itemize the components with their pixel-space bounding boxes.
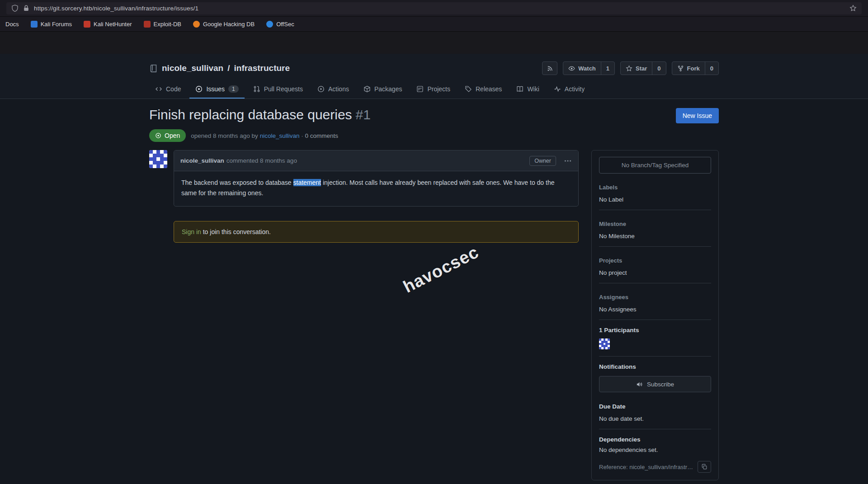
bookmark-kali-forums[interactable]: Kali Forums — [31, 21, 72, 28]
comment-body: The backend was exposed to database stat… — [174, 171, 578, 206]
shield-icon[interactable] — [11, 5, 19, 12]
bookmarks-bar: Docs Kali Forums Kali NetHunter Exploit-… — [0, 17, 868, 32]
participants-title: 1 Participants — [599, 327, 711, 334]
participant-avatar[interactable] — [599, 338, 610, 349]
issue-meta-text: opened 8 months ago by nicole_sullivan ·… — [191, 132, 338, 139]
bookmark-label: Kali NetHunter — [94, 21, 132, 28]
copy-icon — [701, 464, 708, 470]
signin-prompt: Sign in to join this conversation. — [174, 221, 579, 243]
tab-label: Activity — [565, 85, 585, 93]
tab-label: Packages — [374, 85, 402, 93]
pull-request-icon — [253, 85, 260, 93]
copy-reference-button[interactable] — [698, 461, 711, 473]
divider — [599, 283, 711, 283]
repo-name-link[interactable]: infrastructure — [234, 63, 290, 73]
tag-icon — [465, 85, 472, 93]
issue-opened-icon — [195, 85, 203, 93]
owner-badge: Owner — [529, 156, 556, 166]
sign-in-link[interactable]: Sign in — [182, 228, 201, 235]
avatar[interactable] — [149, 150, 167, 168]
speaker-icon — [636, 381, 643, 388]
project-board-icon — [416, 85, 424, 93]
repo-separator: / — [227, 63, 230, 73]
bookmark-label: Kali Forums — [41, 21, 72, 28]
comments-count: 0 comments — [305, 132, 338, 139]
exploit-db-favicon — [144, 21, 151, 28]
bookmark-label: Docs — [5, 21, 19, 28]
gitea-page: nicole_sullivan / infrastructure — [0, 32, 868, 484]
branch-selector[interactable]: No Branch/Tag Specified — [599, 157, 711, 174]
issue-author-link[interactable]: nicole_sullivan — [260, 132, 300, 139]
bookmark-exploit-db[interactable]: Exploit-DB — [144, 21, 181, 28]
eye-icon — [568, 65, 575, 72]
repo-header: nicole_sullivan / infrastructure — [0, 54, 868, 99]
divider — [599, 356, 711, 357]
divider — [599, 246, 711, 247]
tab-label: Actions — [328, 85, 349, 93]
repo-icon — [149, 64, 158, 73]
watch-button[interactable]: Watch 1 — [563, 61, 615, 75]
tab-label: Projects — [427, 85, 450, 93]
subscribe-label: Subscribe — [647, 381, 674, 388]
bookmark-label: Google Hacking DB — [203, 21, 255, 28]
tab-code[interactable]: Code — [149, 81, 187, 99]
comment-box: nicole_sullivan commented 8 months ago O… — [174, 150, 579, 207]
tab-activity[interactable]: Activity — [548, 81, 590, 99]
tab-releases[interactable]: Releases — [459, 81, 508, 99]
package-icon — [363, 85, 371, 93]
new-issue-button[interactable]: New Issue — [676, 108, 719, 123]
comment-timestamp: commented 8 months ago — [226, 157, 297, 164]
reference-row: Reference: nicole_sullivan/infrastr… — [599, 461, 711, 473]
comment: nicole_sullivan commented 8 months ago O… — [149, 150, 579, 207]
tab-issues[interactable]: Issues 1 — [189, 81, 244, 99]
issue-page: Finish replacing database queries#1 New … — [149, 107, 719, 480]
issue-number: #1 — [356, 107, 371, 122]
watch-count[interactable]: 1 — [601, 62, 614, 75]
bookmark-google-hacking-db[interactable]: Google Hacking DB — [193, 21, 255, 28]
status-label: Open — [165, 132, 180, 139]
fork-button[interactable]: Fork 0 — [672, 61, 719, 75]
tab-projects[interactable]: Projects — [410, 81, 456, 99]
rss-button[interactable] — [542, 61, 557, 75]
divider — [599, 320, 711, 320]
tab-label: Wiki — [527, 85, 539, 93]
notifications-title: Notifications — [599, 363, 711, 370]
divider — [599, 210, 711, 210]
star-count[interactable]: 0 — [652, 62, 665, 75]
tab-label: Pull Requests — [264, 85, 303, 93]
assignees-title: Assignees — [599, 294, 711, 301]
status-badge: Open — [149, 129, 186, 142]
bookmark-offsec[interactable]: OffSec — [266, 21, 294, 28]
comment-author-link[interactable]: nicole_sullivan — [180, 157, 224, 164]
tab-actions[interactable]: Actions — [311, 81, 355, 99]
tab-packages[interactable]: Packages — [358, 81, 408, 99]
lock-icon[interactable] — [23, 5, 30, 12]
labels-title: Labels — [599, 184, 711, 191]
repo-tabs: Code Issues 1 Pull Requests Actions — [149, 81, 719, 99]
subscribe-button[interactable]: Subscribe — [599, 376, 711, 392]
tab-pull-requests[interactable]: Pull Requests — [247, 81, 309, 99]
issue-timeline: nicole_sullivan commented 8 months ago O… — [149, 150, 579, 243]
due-date-value: No due date set. — [599, 415, 711, 422]
watch-label: Watch — [578, 65, 596, 72]
tab-label: Issues — [206, 85, 224, 93]
page-top-band — [0, 32, 868, 54]
star-button[interactable]: Star 0 — [620, 61, 666, 75]
bookmark-label: OffSec — [276, 21, 294, 28]
rss-icon — [547, 65, 553, 72]
kebab-menu-icon[interactable] — [564, 157, 572, 165]
repo-owner-link[interactable]: nicole_sullivan — [162, 63, 223, 73]
fork-icon — [677, 65, 684, 72]
pulse-icon — [554, 85, 561, 93]
kali-nethunter-favicon — [84, 21, 90, 28]
reference-label: Reference: nicole_sullivan/infrastr… — [599, 464, 694, 470]
url-text[interactable]: https://git.sorcery.htb/nicole_sullivan/… — [34, 5, 845, 12]
code-icon — [155, 85, 162, 93]
tab-wiki[interactable]: Wiki — [510, 81, 545, 99]
bookmark-kali-nethunter[interactable]: Kali NetHunter — [84, 21, 132, 28]
bookmark-docs[interactable]: Docs — [5, 21, 19, 28]
url-field[interactable]: https://git.sorcery.htb/nicole_sullivan/… — [6, 2, 862, 14]
fork-count[interactable]: 0 — [705, 62, 718, 75]
bookmark-star-icon[interactable] — [849, 5, 857, 12]
browser-chrome: https://git.sorcery.htb/nicole_sullivan/… — [0, 0, 868, 32]
